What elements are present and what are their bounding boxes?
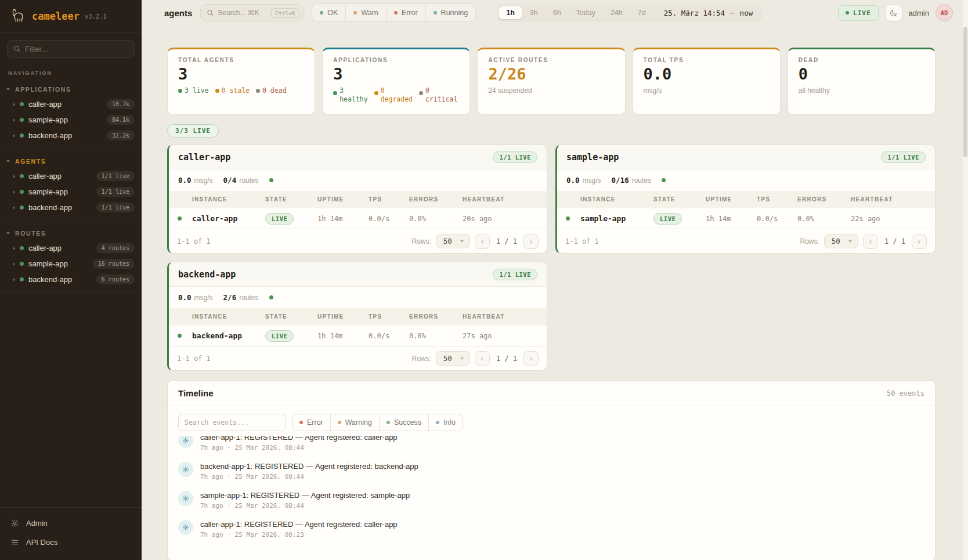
next-page-button[interactable]: ›: [523, 351, 539, 366]
sidebar-item-admin[interactable]: Admin: [0, 514, 142, 533]
content-area: TOTAL AGENTS 3 3 live 0 stale 0 dead APP…: [142, 26, 968, 560]
sidebar-item-routes-backend-app[interactable]: backend-app 6 routes: [0, 272, 142, 287]
prev-page-button[interactable]: ‹: [475, 351, 490, 366]
timeline-filter-warning[interactable]: Warning: [330, 414, 379, 431]
app-card-backend-app: backend-app 1/1 LIVE 0.0msg/s 2/6routes …: [167, 262, 547, 371]
gear-icon: [10, 519, 19, 528]
prev-page-button[interactable]: ‹: [475, 234, 490, 249]
success-dot: [387, 421, 390, 424]
live-dot: [846, 11, 849, 15]
overall-live-badge: 3/3 LIVE: [167, 124, 219, 138]
app-card-title[interactable]: backend-app: [178, 269, 236, 280]
search-icon: [207, 9, 214, 17]
status-dot: [20, 118, 24, 122]
range-button-7d[interactable]: 7d: [630, 6, 653, 19]
chevron-right-icon[interactable]: [13, 103, 15, 106]
range-button-today[interactable]: Today: [569, 6, 603, 19]
stat-card-total-agents: TOTAL AGENTS 3 3 live 0 stale 0 dead: [167, 48, 315, 115]
sidebar-section-routes: ROUTES caller-app 4 routes sample-app 16…: [0, 221, 142, 293]
timeline-events-list[interactable]: caller-app-1: REGISTERED — Agent registe…: [168, 436, 935, 541]
page-scrollbar[interactable]: [963, 0, 968, 560]
chevron-right-icon[interactable]: [13, 118, 15, 122]
sidebar-item-application-caller-app[interactable]: caller-app 10.7k: [0, 96, 142, 112]
chevron-right-icon[interactable]: [13, 262, 15, 266]
sidebar-item-agent-backend-app[interactable]: backend-app 1/1 live: [0, 200, 142, 215]
chevron-down-icon: [6, 160, 10, 162]
status-filter-group: OK Warn Error Running: [312, 3, 476, 22]
chevron-down-icon: [460, 357, 464, 360]
section-header-agents[interactable]: AGENTS: [0, 153, 142, 168]
table-row[interactable]: sample-app LIVE 1h 14m 0.0/s 0.0% 22s ag…: [557, 208, 935, 229]
sidebar-filter-input[interactable]: [25, 45, 128, 53]
status-dot: [269, 295, 273, 299]
chevron-down-icon: [6, 88, 10, 91]
chevron-right-icon[interactable]: [13, 278, 15, 281]
prev-page-button[interactable]: ‹: [863, 234, 878, 249]
app-card-title[interactable]: sample-app: [566, 152, 619, 162]
count-badge: 32.2k: [107, 131, 135, 140]
sidebar-section-agents: AGENTS caller-app 1/1 live sample-app 1/…: [0, 149, 142, 221]
timeline-filter-success[interactable]: Success: [379, 414, 428, 431]
status-dot: [20, 174, 24, 178]
chevron-right-icon[interactable]: [13, 134, 15, 138]
scrollbar-thumb[interactable]: [963, 27, 967, 157]
status-filter-error[interactable]: Error: [386, 4, 425, 21]
next-page-button[interactable]: ›: [912, 234, 927, 249]
sidebar-item-routes-sample-app[interactable]: sample-app 16 routes: [0, 256, 142, 272]
sidebar-item-agent-sample-app[interactable]: sample-app 1/1 live: [0, 184, 142, 200]
sidebar-item-api-docs[interactable]: API Docs: [0, 533, 142, 552]
section-header-applications[interactable]: APPLICATIONS: [0, 81, 142, 96]
status-filter-warn[interactable]: Warn: [345, 4, 385, 21]
sidebar-item-agent-caller-app[interactable]: caller-app 1/1 live: [0, 168, 142, 184]
rows-per-page-select[interactable]: 50: [436, 351, 470, 366]
rows-per-page-select[interactable]: 50: [824, 234, 858, 248]
sidebar-item-routes-caller-app[interactable]: caller-app 4 routes: [0, 240, 142, 256]
status-dot: [20, 205, 24, 209]
timeline-filter-error[interactable]: Error: [292, 414, 330, 431]
row-range-label: 1-1 of 1: [177, 237, 211, 245]
sidebar-item-application-sample-app[interactable]: sample-app 84.1k: [0, 112, 142, 128]
timeline-search-input[interactable]: [178, 414, 286, 431]
status-dot: [662, 178, 666, 182]
section-header-routes[interactable]: ROUTES: [0, 225, 142, 240]
timeline-event: caller-app-1: REGISTERED — Agent registe…: [178, 515, 924, 541]
theme-toggle-button[interactable]: [885, 4, 902, 21]
chevron-right-icon[interactable]: [13, 206, 15, 209]
range-button-3h[interactable]: 3h: [522, 6, 546, 19]
gear-icon: [178, 436, 193, 448]
table-row[interactable]: caller-app LIVE 1h 14m 0.0/s 0.0% 20s ag…: [169, 208, 547, 229]
timeline-filter-info[interactable]: Info: [428, 414, 463, 431]
global-search-input[interactable]: [218, 9, 268, 17]
sidebar-section-applications: APPLICATIONS caller-app 10.7k sample-app…: [0, 77, 142, 149]
gear-icon: [178, 491, 193, 506]
range-button-1h[interactable]: 1h: [499, 6, 522, 19]
status-filter-ok[interactable]: OK: [312, 4, 345, 21]
app-name: cameleer: [32, 10, 80, 22]
chevron-right-icon[interactable]: [13, 190, 15, 194]
rows-per-page-select[interactable]: 50: [436, 234, 470, 248]
status-dot: [178, 334, 182, 338]
live-status-badge[interactable]: LIVE: [838, 5, 879, 21]
chevron-right-icon[interactable]: [13, 247, 15, 250]
timeline-event: sample-app-1: REGISTERED — Agent registe…: [178, 486, 924, 515]
chevron-down-icon: [848, 240, 852, 243]
app-card-title[interactable]: caller-app: [178, 152, 230, 162]
timeline-event: backend-app-1: REGISTERED — Agent regist…: [178, 457, 924, 486]
sidebar-item-application-backend-app[interactable]: backend-app 32.2k: [0, 128, 142, 143]
table-row[interactable]: backend-app LIVE 1h 14m 0.0/s 0.0% 27s a…: [169, 325, 547, 346]
avatar[interactable]: AD: [936, 4, 953, 21]
events-count: 50 events: [887, 389, 924, 398]
status-filter-running[interactable]: Running: [425, 4, 476, 21]
range-button-24h[interactable]: 24h: [603, 6, 630, 19]
stat-card-applications: APPLICATIONS 3 3healthy 0degraded 0criti…: [322, 48, 470, 115]
live-count-badge: 1/1 LIVE: [493, 269, 537, 280]
range-button-6h[interactable]: 6h: [546, 6, 569, 19]
chevron-down-icon: [6, 232, 10, 234]
stat-card-total-tps: TOTAL TPS 0.0 msg/s: [633, 48, 781, 115]
timeline-card: Timeline 50 events Error Warning: [167, 380, 936, 560]
app-logo[interactable]: cameleer v3.2.1: [0, 0, 142, 33]
error-dot: [299, 421, 303, 424]
page-indicator: 1 / 1: [494, 355, 519, 363]
next-page-button[interactable]: ›: [523, 234, 539, 249]
chevron-right-icon[interactable]: [13, 175, 15, 178]
